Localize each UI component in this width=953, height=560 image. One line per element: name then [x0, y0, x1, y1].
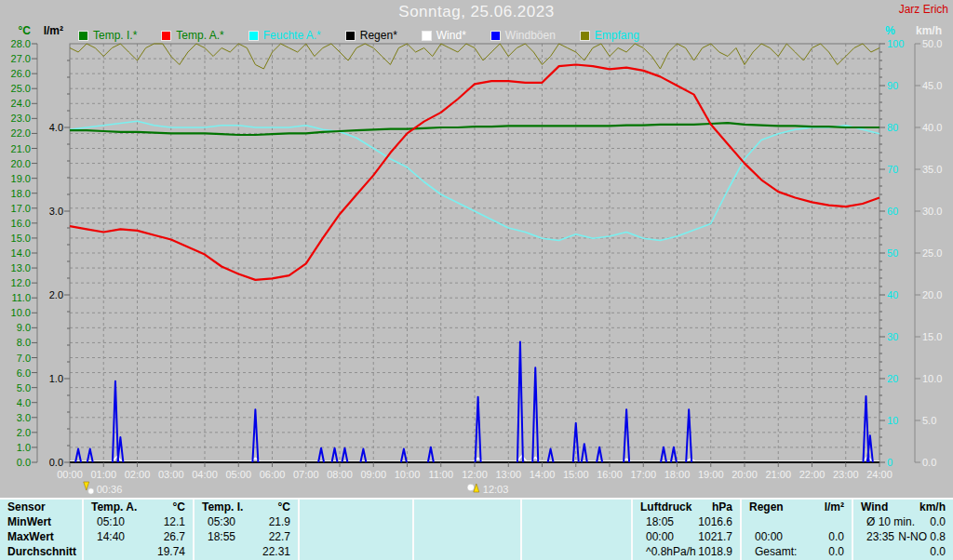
stats-cell: [300, 529, 412, 544]
stats-cell: [300, 544, 412, 559]
series-windboeen-spike: [75, 449, 81, 462]
humidity-axis-label: 70: [887, 164, 898, 175]
stats-col-header: Regenl/m²: [742, 500, 852, 514]
stats-row-label: MaxWert: [0, 529, 82, 544]
stats-cell-right: 0.0: [828, 544, 844, 559]
sun-marker-time: 00:36: [97, 484, 123, 495]
temp-axis-label: 8.0: [17, 337, 31, 348]
stats-cell-left: Wind: [861, 500, 888, 514]
stats-cell: Gesamt:0.0: [742, 544, 852, 559]
stats-cell: [742, 514, 852, 529]
wind-axis-label: 10.0: [922, 373, 942, 384]
stats-cell-left: 00:00: [755, 529, 783, 544]
temp-axis-label: 18.0: [11, 188, 31, 199]
humidity-axis-label: 50: [887, 247, 898, 259]
temp-axis-label: 28.0: [11, 38, 31, 49]
stats-col-header: Temp. I.°C: [195, 500, 298, 514]
temp-axis-label: 14.0: [11, 247, 31, 259]
x-axis-label: 23:00: [833, 469, 859, 480]
stats-cell: 19.74: [84, 544, 193, 559]
stats-cell-right: N-NO 0.8: [898, 529, 946, 544]
series-windboeen-spike: [252, 409, 258, 462]
stats-cell: [414, 544, 520, 559]
stats-cell: 05:1012.1: [84, 514, 193, 529]
stats-cell-right: 0.0: [930, 544, 946, 559]
wind-axis-label: 50.0: [922, 38, 942, 49]
wind-axis-label: 5.0: [922, 415, 936, 426]
x-axis-label: 02:00: [125, 469, 151, 480]
moon-down-icon: [84, 482, 89, 490]
series-windboeen-spike: [597, 447, 602, 462]
stats-cell-left: 18:05: [646, 514, 674, 529]
stats-cell: 00:000.0: [742, 529, 852, 544]
stats-cell: [414, 514, 520, 529]
x-axis-label: 13:00: [495, 469, 521, 480]
rain-axis-label: 4.0: [49, 122, 63, 133]
stats-cell: [414, 529, 520, 544]
temp-axis-label: 21.0: [11, 143, 31, 154]
stats-cell: [522, 514, 631, 529]
wind-axis-label: 15.0: [922, 331, 942, 342]
x-axis-label: 01:00: [90, 469, 116, 480]
humidity-axis-label: 10: [887, 415, 898, 426]
stats-col-empty: [412, 500, 520, 560]
temp-axis-label: 26.0: [11, 68, 31, 79]
stats-col-wind: Windkm/hØ 10 min.0.023:35N-NO 0.80.0: [852, 500, 953, 560]
stats-cell-left: 14:40: [97, 529, 125, 544]
stats-cell-right: 1016.6: [698, 514, 732, 529]
humidity-axis-label: 60: [887, 206, 898, 217]
series-windboeen-spike: [428, 447, 434, 462]
stats-cell-right: °C: [173, 500, 185, 514]
rain-axis-label: 1.0: [49, 373, 63, 384]
series-windboeen-spike: [342, 448, 347, 462]
wind-axis-label: 40.0: [922, 122, 942, 133]
sun-marker-time: 12:03: [483, 484, 509, 495]
temp-axis-label: 22.0: [11, 127, 31, 139]
stats-col-header: [300, 500, 412, 514]
stats-cell-right: km/h: [919, 500, 946, 514]
series-windboeen-spike: [87, 449, 93, 462]
stats-col-luftdruck: LuftdruckhPa18:051016.600:001021.7^0.8hP…: [631, 500, 740, 560]
wind-axis-label: 30.0: [922, 206, 942, 217]
x-axis-label: 07:00: [293, 469, 319, 480]
stats-cell: 23:35N-NO 0.8: [853, 529, 953, 544]
x-axis-label: 22:00: [799, 469, 825, 480]
stats-cell-left: Regen: [749, 500, 784, 514]
temp-axis-label: 3.0: [17, 412, 31, 423]
wind-axis-label: 25.0: [922, 247, 942, 259]
stats-cell-left: Temp. A.: [91, 500, 137, 514]
humidity-axis-label: 90: [887, 80, 898, 91]
stats-row-label: Durchschnitt: [0, 544, 82, 559]
rain-axis-label: 3.0: [49, 206, 63, 217]
series-windboeen-spike: [360, 449, 366, 462]
wind-axis-label: 45.0: [922, 80, 942, 91]
x-axis-label: 20:00: [732, 469, 758, 480]
weather-chart[interactable]: 0.01.02.03.04.05.06.07.08.09.010.011.012…: [0, 0, 953, 498]
stats-cell-right: 1021.7: [698, 529, 732, 544]
x-axis-label: 10:00: [395, 469, 421, 480]
x-axis-label: 14:00: [530, 469, 556, 480]
temp-axis-label: 11.0: [11, 292, 31, 303]
x-axis-label: 03:00: [158, 469, 184, 480]
temp-axis-label: 24.0: [11, 98, 31, 109]
temp-axis-label: 0.0: [17, 457, 31, 468]
stats-cell-right: hPa: [712, 500, 732, 514]
stats-cell: [300, 514, 412, 529]
series-windboeen-spike: [117, 437, 123, 462]
stats-cell-right: 26.7: [164, 529, 185, 544]
stats-cell: ^0.8hPa/h1018.9: [633, 544, 740, 559]
x-axis-label: 11:00: [428, 469, 453, 480]
rain-axis-label: 2.0: [49, 289, 63, 300]
temp-axis-label: 1.0: [17, 442, 31, 453]
x-axis-label: 24:00: [866, 469, 893, 480]
x-axis-label: 06:00: [260, 469, 286, 480]
wind-axis-label: 0.0: [922, 457, 936, 468]
series-windboeen-spike: [401, 449, 407, 462]
x-axis-label: 04:00: [192, 469, 218, 480]
x-axis-label: 00:00: [57, 469, 83, 480]
series-windboeen-spike: [332, 448, 338, 462]
stats-cell-right: 22.7: [269, 529, 290, 544]
stats-cell-right: l/m²: [825, 500, 844, 514]
stats-col-regen: Regenl/m²00:000.0Gesamt:0.0: [740, 500, 852, 560]
stats-cell: 18:051016.6: [633, 514, 740, 529]
